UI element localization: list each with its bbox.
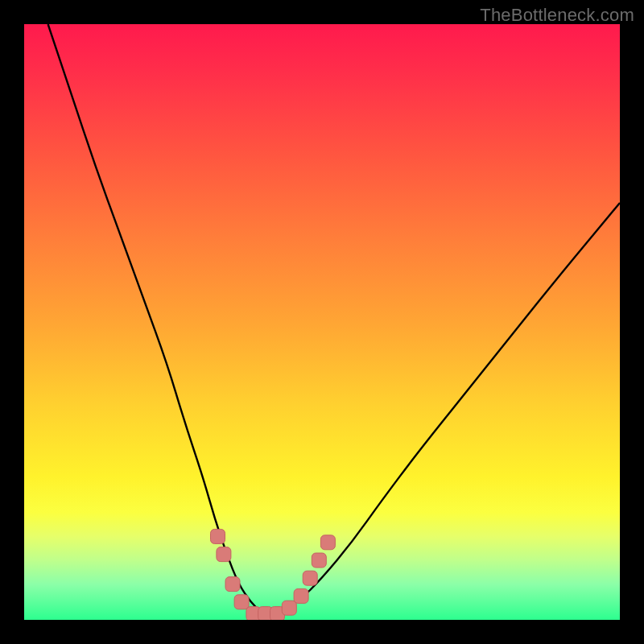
data-marker [225,577,240,592]
chart-frame: TheBottleneck.com [0,0,644,644]
data-marker [320,535,335,550]
curve-layer [24,24,620,620]
data-marker [211,529,225,543]
plot-area [24,24,620,620]
watermark-text: TheBottleneck.com [480,5,634,26]
data-marker [234,595,249,609]
data-marker [282,601,296,615]
data-marker [312,553,326,568]
data-marker [217,547,231,562]
data-marker [294,588,308,603]
marker-group [211,529,336,620]
bottleneck-curve [48,24,620,614]
data-marker [303,571,317,585]
